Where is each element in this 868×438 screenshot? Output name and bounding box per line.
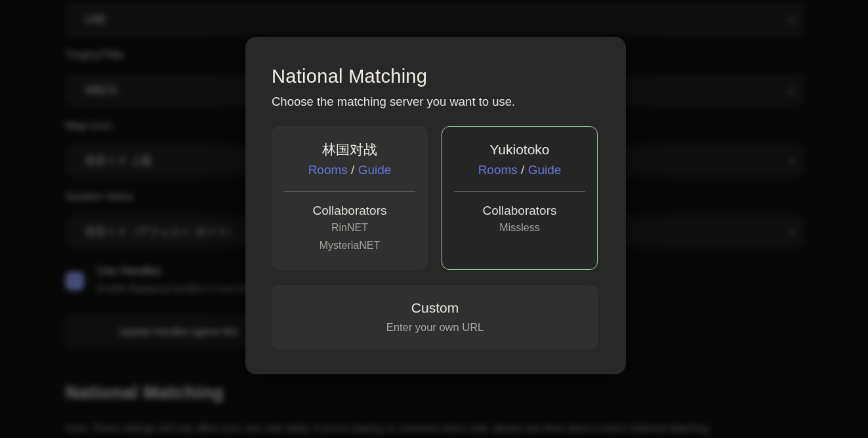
custom-card-title: Custom bbox=[272, 299, 598, 317]
link-separator: / bbox=[521, 163, 528, 177]
link-separator: / bbox=[351, 163, 358, 177]
server-card-yukiotoko[interactable]: Yukiotoko Rooms / Guide Collaborators Mi… bbox=[442, 126, 598, 270]
modal-title: National Matching bbox=[272, 66, 600, 87]
card-divider bbox=[284, 191, 415, 192]
collaborator-name: RinNET bbox=[331, 219, 368, 236]
custom-card-subtitle: Enter your own URL bbox=[272, 321, 598, 334]
collaborator-name: MysteriaNET bbox=[320, 236, 380, 254]
server-card-row: 林国对战 Rooms / Guide Collaborators RinNET … bbox=[272, 126, 600, 270]
server-name: Yukiotoko bbox=[489, 141, 549, 158]
server-name: 林国对战 bbox=[322, 141, 377, 158]
server-links: Rooms / Guide bbox=[308, 163, 392, 177]
card-divider bbox=[454, 191, 585, 192]
rooms-link[interactable]: Rooms bbox=[478, 163, 518, 177]
collaborator-name: Missless bbox=[499, 219, 539, 236]
collaborators-heading: Collaborators bbox=[313, 203, 387, 219]
collaborators-heading: Collaborators bbox=[483, 203, 557, 219]
server-card-linguo[interactable]: 林国对战 Rooms / Guide Collaborators RinNET … bbox=[272, 126, 428, 270]
national-matching-modal: National Matching Choose the matching se… bbox=[245, 37, 626, 374]
custom-server-card[interactable]: Custom Enter your own URL bbox=[272, 285, 598, 349]
guide-link[interactable]: Guide bbox=[528, 163, 562, 177]
modal-subtitle: Choose the matching server you want to u… bbox=[272, 95, 600, 109]
server-links: Rooms / Guide bbox=[478, 163, 562, 177]
guide-link[interactable]: Guide bbox=[358, 163, 392, 177]
rooms-link[interactable]: Rooms bbox=[308, 163, 348, 177]
